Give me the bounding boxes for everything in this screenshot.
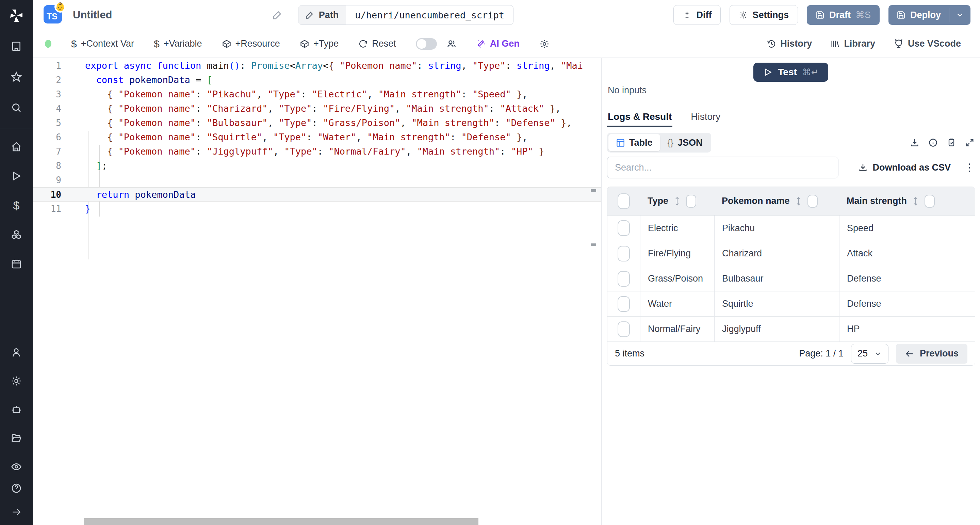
add-resource-button[interactable]: +Resource [222,38,280,49]
code-lines[interactable]: 1export async function main(): Promise<A… [33,59,601,216]
result-table-footer: 5 items Page: 1 / 1 25 Previous [608,341,975,365]
search-icon[interactable] [8,99,24,116]
row-checkbox[interactable] [617,246,630,262]
view-toggle: Table {} JSON [607,133,711,153]
code-line[interactable]: 10 return pokemonData [33,187,601,201]
search-input[interactable] [607,156,838,179]
page-label: Page: 1 / 1 [799,348,843,359]
collapse-arrow-right-icon[interactable] [8,504,24,520]
expand-icon[interactable] [965,138,975,147]
table-cell: Water [640,292,714,316]
select-all-checkbox[interactable] [617,193,630,209]
column-toggle-checkbox[interactable] [924,195,935,208]
diff-icon [682,11,692,19]
ai-gen-button[interactable]: AI Gen [476,38,520,49]
add-type-button[interactable]: +Type [300,38,339,49]
deploy-dropdown-button[interactable] [950,5,970,25]
row-checkbox[interactable] [617,321,630,337]
info-icon[interactable] [928,138,938,147]
help-icon[interactable] [8,480,24,496]
schedules-calendar-icon[interactable] [8,256,24,272]
line-number: 6 [33,130,70,144]
resources-boxes-icon[interactable] [8,227,24,243]
play-icon [763,67,772,77]
table-row[interactable]: Normal/FairyJigglypuffHP [608,316,975,341]
add-context-var-button[interactable]: $ +Context Var [71,38,134,50]
code-line[interactable]: 8 ]; [33,159,601,173]
folders-icon[interactable] [8,430,24,446]
sort-icon[interactable] [673,196,681,206]
use-vscode-button[interactable]: Use VScode [894,38,961,49]
table-row[interactable]: ElectricPikachuSpeed [608,215,975,241]
variables-dollar-icon[interactable]: $ [8,197,24,214]
table-cell: Fire/Flying [640,241,714,266]
tab-logs-and-result[interactable]: Logs & Result [608,106,672,127]
deploy-button[interactable]: Deploy [888,5,949,25]
audit-eye-icon[interactable] [8,459,24,475]
code-line[interactable]: 11} [33,201,601,216]
add-variable-button[interactable]: $ +Variable [154,38,202,50]
diff-button[interactable]: Diff [673,5,721,25]
code-editor[interactable]: 1export async function main(): Promise<A… [33,58,601,525]
overview-ruler-mark [591,243,596,246]
favorites-star-icon[interactable] [8,69,24,85]
users-icon[interactable] [447,39,457,49]
download-csv-button[interactable]: Download as CSV [858,163,951,173]
history-button[interactable]: History [767,38,812,49]
row-checkbox[interactable] [617,271,630,287]
edit-summary-pencil-icon[interactable] [272,10,282,20]
code-line[interactable]: 5 { "Pokemon name": "Bulbasaur", "Type":… [33,116,601,130]
row-checkbox[interactable] [617,296,630,312]
header-actions: Diff Settings Draft ⌘S Deploy [673,5,970,25]
runs-play-icon[interactable] [8,168,24,184]
code-line[interactable]: 7 { "Pokemon name": "Jigglypuff", "Type"… [33,144,601,159]
column-toggle-checkbox[interactable] [686,195,696,208]
table-row[interactable]: Fire/FlyingCharizardAttack [608,241,975,266]
previous-page-button[interactable]: Previous [896,344,967,364]
column-toggle-checkbox[interactable] [808,195,818,208]
test-button[interactable]: Test ⌘↵ [753,63,828,82]
table-cell: Jigglypuff [714,317,839,341]
script-path-field[interactable]: Path u/henri/unencumbered_script [298,5,514,25]
table-cell: Squirtle [714,292,839,316]
save-icon [816,11,824,19]
path-value[interactable]: u/henri/unencumbered_script [346,5,513,24]
code-line[interactable]: 9 [33,173,601,187]
user-icon[interactable] [8,344,24,361]
editor-settings-gear-icon[interactable] [539,39,550,49]
tab-history[interactable]: History [691,106,721,127]
code-line[interactable]: 4 { "Pokemon name": "Charizard", "Type":… [33,101,601,116]
path-label-segment: Path [298,5,347,24]
workers-bot-icon[interactable] [8,401,24,418]
reset-button[interactable]: Reset [358,38,396,49]
copy-to-clipboard-icon[interactable] [947,138,956,147]
horizontal-scrollbar[interactable] [84,518,479,525]
workspace-building-icon[interactable] [8,38,24,54]
code-line[interactable]: 3 { "Pokemon name": "Pikachu", "Type": "… [33,87,601,101]
table-row[interactable]: Grass/PoisonBulbasaurDefense [608,266,975,291]
table-row[interactable]: WaterSquirtleDefense [608,291,975,316]
line-number: 4 [33,101,70,116]
windmill-logo-icon[interactable] [8,8,24,24]
code-line[interactable]: 6 { "Pokemon name": "Squirtle", "Type": … [33,130,601,144]
view-table-button[interactable]: Table [608,134,660,151]
code-line[interactable]: 2 const pokemonData = [ [33,73,601,87]
line-number: 2 [33,73,70,87]
more-options-kebab-icon[interactable]: ⋮ [964,163,975,172]
view-json-button[interactable]: {} JSON [660,134,710,151]
home-icon[interactable] [8,139,24,155]
collab-toggle[interactable] [416,38,437,50]
sort-icon[interactable] [912,196,920,206]
script-emoji: 👶 [54,1,66,13]
download-result-icon[interactable] [910,138,920,147]
row-checkbox[interactable] [617,220,630,236]
settings-button[interactable]: Settings [730,5,798,25]
code-line[interactable]: 1export async function main(): Promise<A… [33,59,601,73]
result-toolbar: Table {} JSON [601,133,980,153]
draft-button[interactable]: Draft ⌘S [807,5,880,25]
page-size-select[interactable]: 25 [851,344,888,364]
library-button[interactable]: Library [830,38,875,49]
settings-gear-icon[interactable] [8,373,24,389]
sort-icon[interactable] [795,196,803,206]
status-dot [45,40,51,48]
